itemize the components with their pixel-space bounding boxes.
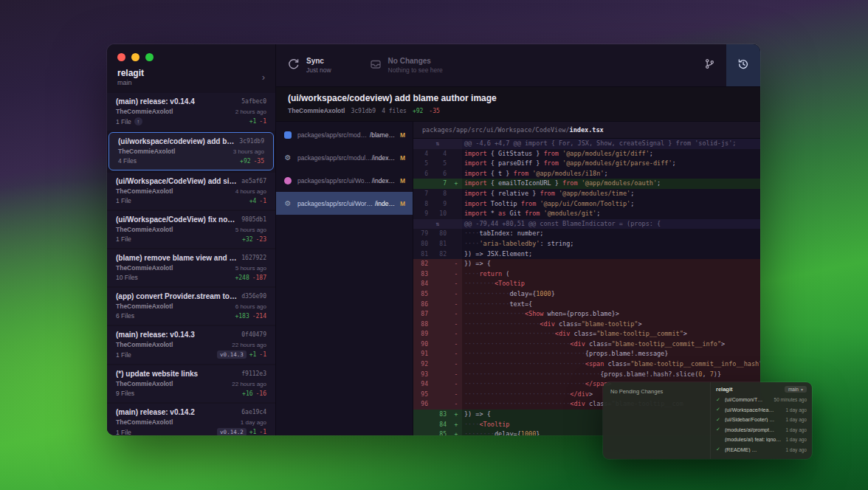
line-gutter: 85+ xyxy=(413,429,462,435)
code-line: 92-································<span… xyxy=(413,359,760,370)
expand-hunk-icon[interactable]: ⇅ xyxy=(436,219,440,230)
old-line-number xyxy=(413,179,432,189)
commit-title: (main) release: v0.14.4 xyxy=(116,97,237,106)
line-gutter: 91- xyxy=(413,349,462,359)
commit-time: 1 day ago xyxy=(241,419,266,426)
popup-commit-title: (ui/Sidebar/Footer) … xyxy=(725,417,782,422)
popup-commit-row[interactable]: (modules/ai) feat: ignor…1 day ago xyxy=(716,435,807,445)
popup-commit-row[interactable]: ✓(ui/Sidebar/Footer) …1 day ago xyxy=(716,415,807,425)
file-row[interactable]: ⚙packages/app/src/ui/Works…/inde…M xyxy=(276,192,413,215)
old-line-number: 83 xyxy=(413,269,432,280)
code-line: 87-················<Show when={props.bla… xyxy=(413,309,760,320)
diff-sign: - xyxy=(450,329,462,339)
old-line-number: 85 xyxy=(413,289,432,300)
line-content: ································{props.b… xyxy=(462,349,760,359)
new-line-number xyxy=(432,279,450,289)
sync-button[interactable]: Sync Just now xyxy=(276,57,343,74)
file-row[interactable]: ⚙packages/app/src/module…/index…M xyxy=(276,146,413,169)
old-line-number: 96 xyxy=(413,399,432,410)
zoom-button[interactable] xyxy=(145,53,154,61)
code-path-prefix: packages/app/src/ui/Workspace/CodeView/ xyxy=(422,126,570,134)
expand-hunk-icon[interactable]: ⇅ xyxy=(436,139,440,149)
repo-header[interactable]: relagit main › xyxy=(107,65,275,93)
popup-commit-row[interactable]: ✓(README) …1 day ago xyxy=(716,445,807,455)
popup-changes-pane: No Pending Changes xyxy=(603,382,711,459)
commit-detail-additions: +92 xyxy=(413,108,423,114)
line-gutter: 7+ xyxy=(413,179,462,189)
old-line-number: 87 xyxy=(413,309,432,320)
commit-file-count: 1 File xyxy=(116,429,131,436)
popup-window: No Pending Changes relagit main ▾ ✓(ui/C… xyxy=(603,382,812,459)
code-line: 7980····tabIndex: number; xyxy=(413,229,760,239)
code-line: 90-····························<div clas… xyxy=(413,339,760,350)
popup-commit-title: (ui/Common/T… xyxy=(725,397,771,402)
sidebar: relagit main › (main) release: v0.14.45a… xyxy=(107,44,276,435)
commit-item[interactable]: (ui/Workspace/CodeView) fix not s…9805db… xyxy=(107,211,275,248)
commit-item[interactable]: (main) release: v0.14.26ae19c4TheCommieA… xyxy=(107,404,275,435)
file-row[interactable]: packages/app/src/module…/blame…M xyxy=(276,123,413,146)
line-content: import { GitStatus } from '@app/modules/… xyxy=(462,149,760,159)
file-path: packages/app/src/module…/blame… xyxy=(297,131,395,139)
close-button[interactable] xyxy=(117,53,125,61)
commit-detail-deletions: -35 xyxy=(429,108,439,114)
popup-commit-row[interactable]: ✓(modules/ai/prompt…1 day ago xyxy=(716,425,807,435)
popup-branch-pill[interactable]: main ▾ xyxy=(785,386,807,393)
old-line-number: 92 xyxy=(413,359,432,370)
commit-file-count: 4 Files xyxy=(118,157,137,165)
popup-commit-title: (modules/ai) feat: ignor… xyxy=(725,437,782,442)
line-content: ····tabIndex: number; xyxy=(462,229,760,239)
diff-sign: - xyxy=(450,349,462,359)
history-button[interactable] xyxy=(726,44,760,86)
diff-hunk-header: ⇅@@ -4,6 +4,7 @@ import { For, JSX, Show… xyxy=(413,139,760,149)
commit-additions: +183 xyxy=(235,313,249,320)
line-gutter: 84- xyxy=(413,279,462,289)
changes-status[interactable]: No Changes Nothing to see here xyxy=(358,57,455,74)
commit-author: TheCommieAxolotl xyxy=(118,148,175,155)
commit-item[interactable]: (*) update website linksf9112e3TheCommie… xyxy=(107,365,275,402)
commit-detail-file-count: 4 files xyxy=(382,108,407,114)
commit-author: TheCommieAxolotl xyxy=(116,303,173,310)
diff-sign: - xyxy=(450,259,462,269)
new-line-number xyxy=(432,320,450,330)
line-gutter: 82- xyxy=(413,259,462,269)
line-content: ················<Show when={props.blame}… xyxy=(462,309,760,320)
commit-author: TheCommieAxolotl xyxy=(116,108,173,115)
new-line-number: 4 xyxy=(432,149,450,159)
old-line-number: 9 xyxy=(413,209,432,219)
repo-name: relagit xyxy=(117,68,262,78)
commit-item[interactable]: (blame) remove blame view and ad…1627922… xyxy=(107,249,275,286)
diff-sign: - xyxy=(450,379,462,390)
commit-item[interactable]: (main) release: v0.14.30f40479TheCommieA… xyxy=(107,326,275,364)
commit-title: (ui/Workspace/CodeView) add size … xyxy=(116,177,237,185)
popup-repo-name: relagit xyxy=(716,386,733,393)
window-controls xyxy=(107,44,275,65)
old-line-number: 8 xyxy=(413,199,432,210)
commit-item[interactable]: (ui/Workspace/CodeView) add size …ae5af6… xyxy=(107,173,275,210)
commit-item[interactable]: (app) convert Provider.stream to As…d356… xyxy=(107,288,275,325)
file-row[interactable]: packages/app/src/ui/Work…/index…M xyxy=(276,169,413,192)
old-line-number: 89 xyxy=(413,329,432,339)
new-line-number: 84 xyxy=(432,420,450,430)
branch-button[interactable] xyxy=(693,44,726,86)
popup-empty-label: No Pending Changes xyxy=(610,388,703,395)
minimize-button[interactable] xyxy=(131,53,140,61)
new-line-number: 85 xyxy=(432,429,450,435)
new-line-number xyxy=(432,289,450,300)
commit-file-count: 1 File xyxy=(116,351,131,359)
popup-commit-row[interactable]: ✓(ui/Workspace/Hea…1 day ago xyxy=(716,405,807,415)
commit-item[interactable]: (ui/workspace/codeview) add blam…3c91db9… xyxy=(108,132,274,170)
check-icon: ✓ xyxy=(716,446,722,452)
old-line-number: 7 xyxy=(413,189,432,199)
commit-item[interactable]: (main) release: v0.14.45afbec0TheCommieA… xyxy=(107,93,275,131)
code-line: 44import { GitStatus } from '@app/module… xyxy=(413,149,760,159)
diff-sign: - xyxy=(450,269,462,280)
main-area: Sync Just now No Changes Nothing to see … xyxy=(276,44,760,435)
commit-list[interactable]: (main) release: v0.14.45afbec0TheCommieA… xyxy=(107,93,275,435)
popup-commit-row[interactable]: ✓(ui/Common/T…50 minutes ago xyxy=(716,395,807,405)
new-line-number: 10 xyxy=(432,209,450,219)
old-line-number: 81 xyxy=(413,249,432,260)
line-gutter: 910 xyxy=(413,209,462,219)
commit-time: 3 hours ago xyxy=(233,148,264,155)
new-line-number xyxy=(432,359,450,370)
commit-detail-header: (ui/workspace/codeview) add blame author… xyxy=(276,87,760,122)
